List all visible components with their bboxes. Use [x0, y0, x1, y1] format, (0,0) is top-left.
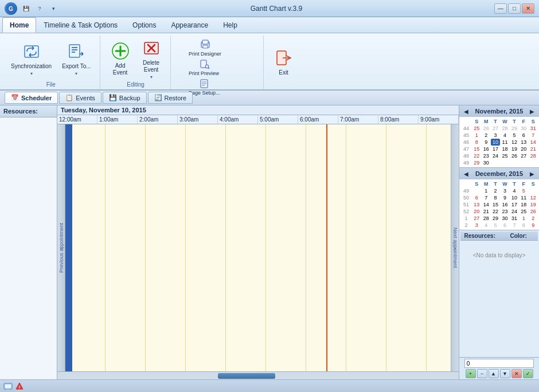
cal-day[interactable]: 1 — [481, 187, 490, 194]
cal-day[interactable]: 4 — [481, 222, 490, 229]
cal-day[interactable]: 19 — [529, 201, 538, 208]
cal-day[interactable]: 2 — [481, 132, 490, 139]
cal-day[interactable]: 9 — [529, 222, 538, 229]
cal-day[interactable]: 27 — [472, 215, 481, 222]
cal-day[interactable]: 16 — [481, 146, 490, 152]
cal-day[interactable]: 6 — [519, 132, 528, 139]
cal-day[interactable]: 14 — [529, 139, 538, 146]
cal-day[interactable]: 31 — [529, 125, 538, 132]
tab-scheduler[interactable]: 📅 Scheduler — [5, 92, 58, 104]
cal-day[interactable]: 9 — [500, 194, 509, 201]
export-button[interactable]: Export To... ▾ — [58, 39, 95, 79]
cal-day[interactable]: 31 — [510, 215, 519, 222]
close-button[interactable]: ✕ — [522, 3, 534, 14]
gantt-scrollbar-h[interactable] — [57, 371, 459, 379]
cal-day[interactable]: 16 — [500, 201, 509, 208]
tab-backup[interactable]: 💾 Backup — [103, 92, 147, 104]
cal-day[interactable]: 29 — [491, 215, 500, 222]
cal-day[interactable]: 2 — [491, 187, 500, 194]
cal-day[interactable]: 3 — [500, 187, 509, 194]
cal-day[interactable]: 21 — [529, 146, 538, 152]
cal-day[interactable]: 7 — [481, 194, 490, 201]
tab-events[interactable]: 📋 Events — [59, 92, 101, 104]
cal-day[interactable]: 6 — [472, 194, 481, 201]
cal-day[interactable]: 30 — [500, 215, 509, 222]
cal-day[interactable]: 10 — [491, 139, 500, 146]
cal-day[interactable]: 28 — [529, 152, 538, 159]
cal-day[interactable]: 23 — [500, 208, 509, 215]
cal-dec-next-btn[interactable]: ▶ — [528, 169, 537, 178]
gantt-scrollbar-thumb[interactable] — [218, 373, 275, 379]
menu-tab-timeline[interactable]: Timeline & Task Options — [36, 17, 125, 33]
cal-prev-btn[interactable]: ◀ — [462, 107, 471, 116]
cal-day[interactable]: 15 — [491, 201, 500, 208]
exit-button[interactable]: Exit — [270, 42, 298, 83]
cal-day[interactable]: 4 — [500, 132, 509, 139]
cal-day[interactable]: 11 — [500, 139, 509, 146]
tab-restore[interactable]: 🔄 Restore — [148, 92, 193, 104]
cal-day[interactable]: 5 — [510, 132, 519, 139]
cal-day[interactable]: 14 — [481, 201, 490, 208]
cal-day[interactable]: 3 — [491, 132, 500, 139]
cal-day[interactable]: 25 — [500, 152, 509, 159]
gantt-nav-right[interactable]: Next appointment › — [451, 124, 459, 371]
cal-day[interactable]: 25 — [472, 125, 481, 132]
cal-day[interactable]: 13 — [519, 139, 528, 146]
cal-day[interactable]: 4 — [510, 187, 519, 194]
print-designer-button[interactable]: Print Designer — [186, 39, 224, 57]
cal-day[interactable]: 15 — [472, 146, 481, 152]
cal-dec-prev-btn[interactable]: ◀ — [462, 169, 471, 178]
cal-day[interactable]: 8 — [519, 222, 528, 229]
cal-day[interactable]: 24 — [510, 208, 519, 215]
cal-day[interactable]: 26 — [529, 208, 538, 215]
cal-day[interactable]: 20 — [519, 146, 528, 152]
cal-day[interactable]: 19 — [510, 146, 519, 152]
cal-day[interactable]: 30 — [481, 159, 490, 166]
gantt-body[interactable] — [65, 124, 451, 371]
ok-btn[interactable]: ✓ — [523, 369, 533, 378]
cal-day[interactable]: 17 — [491, 146, 500, 152]
cal-next-btn[interactable]: ▶ — [528, 107, 537, 116]
cal-day[interactable]: 8 — [491, 194, 500, 201]
cal-day[interactable]: 18 — [500, 146, 509, 152]
delete-btn[interactable]: ✕ — [511, 369, 522, 378]
minus-btn[interactable]: − — [477, 369, 487, 378]
cal-day[interactable]: 5 — [519, 187, 528, 194]
menu-tab-appearance[interactable]: Appearance — [163, 17, 216, 33]
cal-day[interactable]: 12 — [510, 139, 519, 146]
down-btn[interactable]: ▼ — [500, 369, 510, 378]
minimize-button[interactable]: — — [494, 3, 507, 14]
cal-day[interactable]: 26 — [481, 125, 490, 132]
cal-day[interactable]: 28 — [481, 215, 490, 222]
add-btn[interactable]: + — [466, 369, 476, 378]
cal-day[interactable]: 22 — [491, 208, 500, 215]
cal-day[interactable]: 17 — [510, 201, 519, 208]
cal-day[interactable]: 11 — [519, 194, 528, 201]
help-qa-btn[interactable]: ? — [34, 4, 45, 13]
cal-day[interactable]: 29 — [472, 159, 481, 166]
cal-day[interactable]: 7 — [510, 222, 519, 229]
menu-tab-options[interactable]: Options — [125, 17, 163, 33]
gantt-nav-left[interactable]: Previous appointment ‹ — [57, 124, 65, 371]
cal-day[interactable]: 29 — [510, 125, 519, 132]
cal-day[interactable]: 22 — [472, 152, 481, 159]
cal-day[interactable]: 28 — [500, 125, 509, 132]
cal-day[interactable]: 7 — [529, 132, 538, 139]
menu-tab-help[interactable]: Help — [216, 17, 245, 33]
maximize-button[interactable]: □ — [508, 3, 521, 14]
cal-day[interactable]: 8 — [472, 139, 481, 146]
save-qa-btn[interactable]: 💾 — [21, 4, 31, 13]
print-preview-button[interactable]: Print Preview — [186, 58, 222, 77]
menu-tab-home[interactable]: Home — [2, 17, 36, 33]
cal-day[interactable]: 25 — [519, 208, 528, 215]
cal-day[interactable]: 3 — [472, 222, 481, 229]
cal-day[interactable]: 5 — [491, 222, 500, 229]
cal-day[interactable]: 1 — [519, 215, 528, 222]
cal-day[interactable]: 6 — [500, 222, 509, 229]
cal-day[interactable]: 20 — [472, 208, 481, 215]
cal-day[interactable]: 27 — [491, 125, 500, 132]
sync-button[interactable]: Synchronization ▾ — [7, 39, 56, 79]
value-input[interactable] — [464, 359, 534, 368]
cal-day[interactable]: 13 — [472, 201, 481, 208]
cal-day[interactable]: 23 — [481, 152, 490, 159]
